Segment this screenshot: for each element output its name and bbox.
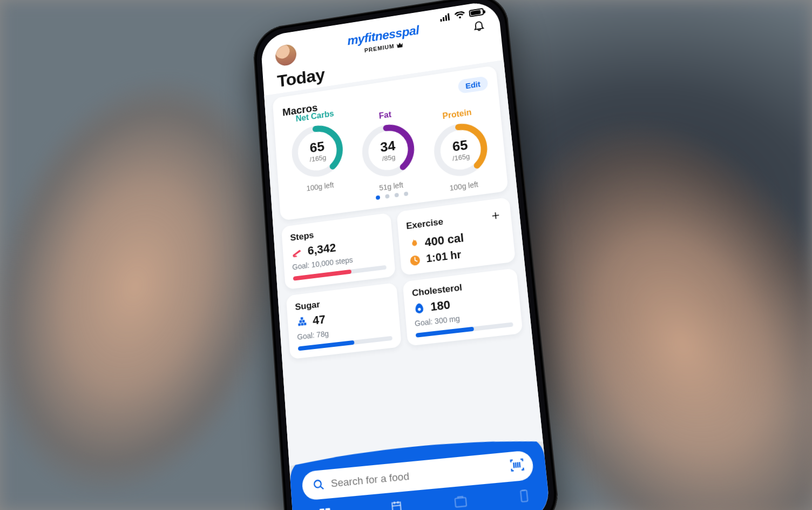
phone-screen: myfitnesspal PREMIUM Today Macros Edi: [260, 0, 551, 510]
sugar-icon: [296, 316, 308, 328]
svg-rect-11: [298, 323, 301, 326]
exercise-cal: 400 cal: [424, 231, 465, 250]
macro-value: 34: [380, 138, 396, 153]
exercise-title: Exercise: [406, 217, 444, 232]
svg-rect-1: [443, 17, 445, 21]
nav-item[interactable]: [453, 494, 470, 510]
macro-label: Protein: [442, 108, 472, 121]
nav-diary[interactable]: Diary: [389, 499, 407, 510]
steps-card[interactable]: Steps 6,342 Goal: 10,000 steps: [281, 213, 396, 290]
macro-net-carbs[interactable]: Net Carbs65/165g100g left: [287, 108, 348, 194]
macro-goal: /165g: [309, 153, 327, 163]
svg-rect-2: [445, 15, 447, 21]
svg-rect-14: [299, 320, 302, 323]
macro-goal: /85g: [382, 153, 395, 163]
barcode-scan-icon[interactable]: [509, 457, 526, 476]
macro-label: Fat: [378, 110, 391, 120]
macro-value: 65: [309, 139, 325, 154]
macro-protein[interactable]: Protein65/165g100g left: [428, 105, 493, 194]
macro-ring: 65/165g: [288, 120, 347, 182]
sugar-value: 47: [312, 312, 326, 327]
avatar[interactable]: [275, 43, 297, 67]
svg-rect-0: [440, 19, 442, 22]
steps-value: 6,342: [307, 241, 336, 258]
edit-macros-button[interactable]: Edit: [457, 76, 488, 93]
pager-dot[interactable]: [376, 195, 380, 200]
egg-icon: [413, 302, 426, 315]
nav-dashboard[interactable]: Dashboard: [308, 505, 343, 510]
macros-card[interactable]: Macros Edit Net Carbs65/165g100g leftFat…: [272, 65, 508, 221]
pager-dot[interactable]: [385, 194, 389, 199]
pager-dot[interactable]: [404, 191, 408, 196]
search-icon: [313, 478, 325, 492]
macro-ring: 34/85g: [358, 119, 418, 182]
macro-goal: /165g: [452, 152, 470, 162]
exercise-card[interactable]: Exercise ＋ 400 cal: [396, 197, 516, 276]
macro-fat[interactable]: Fat34/85g51g left: [357, 107, 419, 194]
svg-rect-15: [302, 320, 305, 323]
notifications-icon[interactable]: [472, 18, 485, 32]
svg-rect-12: [301, 323, 303, 326]
sugar-card[interactable]: Sugar 47 Goal: 78g: [286, 283, 402, 359]
svg-rect-23: [455, 498, 466, 507]
crown-icon: [396, 42, 404, 49]
nav-item[interactable]: [516, 488, 533, 510]
cholesterol-value: 180: [430, 298, 451, 314]
exercise-time: 1:01 hr: [425, 249, 462, 265]
svg-rect-3: [448, 13, 450, 20]
svg-rect-13: [304, 323, 307, 325]
cellular-icon: [440, 13, 451, 22]
macro-ring: 65/165g: [429, 118, 492, 182]
svg-rect-16: [301, 317, 303, 320]
macro-remaining: 100g left: [449, 180, 478, 192]
macro-remaining: 100g left: [306, 180, 334, 192]
cholesterol-card[interactable]: Cholesterol 180 Goal: 300 mg: [402, 268, 523, 346]
svg-rect-20: [326, 508, 330, 510]
add-exercise-button[interactable]: ＋: [488, 206, 503, 224]
svg-rect-24: [520, 490, 527, 502]
clock-icon: [409, 253, 421, 266]
wifi-icon: [454, 11, 465, 19]
macro-value: 65: [452, 138, 469, 153]
pager-dot[interactable]: [394, 193, 398, 198]
steps-icon: [291, 246, 303, 259]
flame-icon: [407, 238, 419, 251]
